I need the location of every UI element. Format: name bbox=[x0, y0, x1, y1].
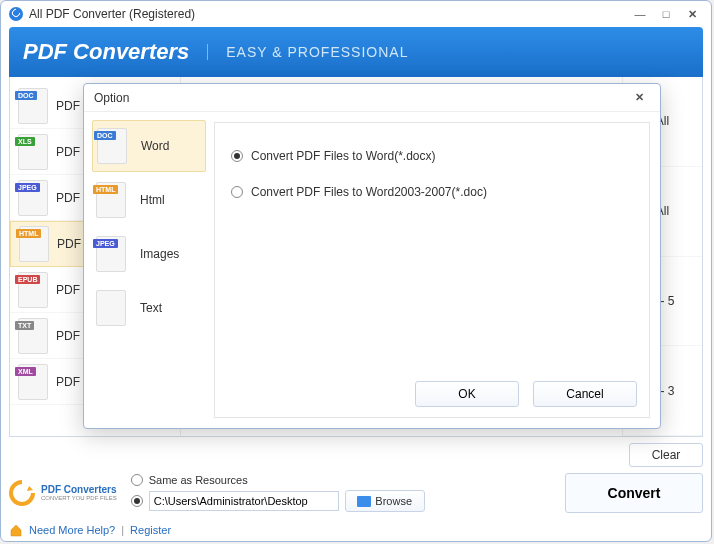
ok-button[interactable]: OK bbox=[415, 381, 519, 407]
close-button[interactable]: ✕ bbox=[681, 6, 703, 22]
footer-logo: PDF Converters CONVERT YOU PDF FILES bbox=[9, 480, 117, 506]
window-title: All PDF Converter (Registered) bbox=[29, 7, 195, 21]
same-as-resources-label: Same as Resources bbox=[149, 474, 248, 486]
destination-box: Same as Resources Browse bbox=[131, 474, 425, 512]
file-icon: XLS bbox=[18, 134, 48, 170]
badge-doc: DOC bbox=[15, 91, 37, 100]
output-path-input[interactable] bbox=[149, 491, 339, 511]
badge-doc-icon: DOC bbox=[94, 131, 116, 140]
option-tab-word[interactable]: DOCWord bbox=[92, 120, 206, 172]
header-banner: PDF Converters EASY & PROFESSIONAL bbox=[9, 27, 703, 77]
minimize-button[interactable]: — bbox=[629, 6, 651, 22]
option-tab-text[interactable]: Text bbox=[92, 282, 206, 334]
dialog-close-button[interactable]: ✕ bbox=[628, 90, 650, 106]
file-icon: JPEG bbox=[18, 180, 48, 216]
option-tab-label: Html bbox=[140, 193, 165, 207]
format-option-label: Convert PDF Files to Word(*.docx) bbox=[251, 149, 436, 163]
option-category-list: DOCWordHTMLHtmlJPEGImagesText bbox=[84, 112, 214, 428]
badge-epub: EPUB bbox=[15, 275, 40, 284]
brand-text: PDF Converters bbox=[23, 39, 189, 65]
folder-icon bbox=[357, 496, 371, 507]
logo-text: PDF Converters CONVERT YOU PDF FILES bbox=[41, 485, 117, 501]
badge-jpeg: JPEG bbox=[15, 183, 40, 192]
clear-button[interactable]: Clear bbox=[629, 443, 703, 467]
format-option-label: Convert PDF Files to Word2003-2007(*.doc… bbox=[251, 185, 487, 199]
file-icon bbox=[96, 290, 126, 326]
option-tab-images[interactable]: JPEGImages bbox=[92, 228, 206, 280]
format-radio[interactable] bbox=[231, 186, 243, 198]
radio-custom-path[interactable] bbox=[131, 495, 143, 507]
dialog-title: Option bbox=[94, 91, 129, 105]
app-icon bbox=[9, 7, 23, 21]
badge-txt: TXT bbox=[15, 321, 34, 330]
dialog-titlebar: Option ✕ bbox=[84, 84, 660, 112]
badge-xls: XLS bbox=[15, 137, 35, 146]
file-icon: DOC bbox=[97, 128, 127, 164]
badge-html: HTML bbox=[16, 229, 41, 238]
cancel-button[interactable]: Cancel bbox=[533, 381, 637, 407]
separator: | bbox=[121, 524, 124, 536]
statusbar: Need More Help? | Register bbox=[9, 523, 703, 537]
option-tab-label: Images bbox=[140, 247, 179, 261]
badge-html-icon: HTML bbox=[93, 185, 118, 194]
app-window: All PDF Converter (Registered) — □ ✕ PDF… bbox=[0, 0, 712, 542]
dialog-footer: OK Cancel bbox=[415, 381, 637, 407]
bottom-strip: Clear bbox=[9, 443, 703, 467]
option-panel: Convert PDF Files to Word(*.docx)Convert… bbox=[214, 122, 650, 418]
convert-button[interactable]: Convert bbox=[565, 473, 703, 513]
help-link[interactable]: Need More Help? bbox=[29, 524, 115, 536]
badge-jpeg-icon: JPEG bbox=[93, 239, 118, 248]
footer: PDF Converters CONVERT YOU PDF FILES Sam… bbox=[9, 473, 703, 513]
brand-tagline: EASY & PROFESSIONAL bbox=[207, 44, 408, 60]
home-icon bbox=[9, 523, 23, 537]
option-dialog: Option ✕ DOCWordHTMLHtmlJPEGImagesText C… bbox=[83, 83, 661, 429]
file-icon: TXT bbox=[18, 318, 48, 354]
format-option-row: Convert PDF Files to Word2003-2007(*.doc… bbox=[231, 185, 633, 199]
logo-icon bbox=[9, 480, 35, 506]
file-icon: JPEG bbox=[96, 236, 126, 272]
file-icon: HTML bbox=[96, 182, 126, 218]
format-radio[interactable] bbox=[231, 150, 243, 162]
file-icon: EPUB bbox=[18, 272, 48, 308]
format-option-row: Convert PDF Files to Word(*.docx) bbox=[231, 149, 633, 163]
browse-button[interactable]: Browse bbox=[345, 490, 425, 512]
option-tab-html[interactable]: HTMLHtml bbox=[92, 174, 206, 226]
badge-xml: XML bbox=[15, 367, 36, 376]
titlebar: All PDF Converter (Registered) — □ ✕ bbox=[1, 1, 711, 27]
dialog-body: DOCWordHTMLHtmlJPEGImagesText Convert PD… bbox=[84, 112, 660, 428]
file-icon: HTML bbox=[19, 226, 49, 262]
radio-same-as-resources[interactable] bbox=[131, 474, 143, 486]
maximize-button[interactable]: □ bbox=[655, 6, 677, 22]
option-tab-label: Word bbox=[141, 139, 169, 153]
register-link[interactable]: Register bbox=[130, 524, 171, 536]
file-icon: XML bbox=[18, 364, 48, 400]
file-icon: DOC bbox=[18, 88, 48, 124]
option-tab-label: Text bbox=[140, 301, 162, 315]
